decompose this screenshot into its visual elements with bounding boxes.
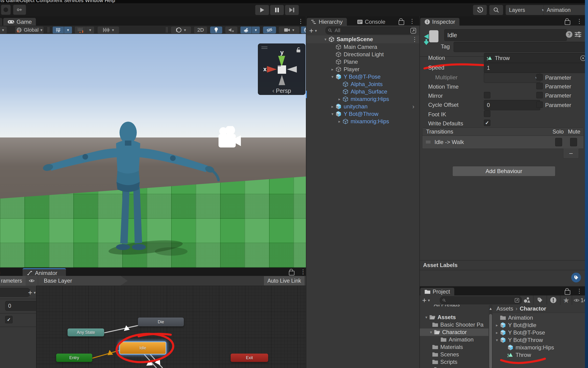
expand-arrow-closed[interactable]: ▸ xyxy=(337,97,342,102)
hierarchy-row[interactable]: ▾Y Bot@T-Pose xyxy=(330,73,381,81)
hierarchy-row[interactable]: Directional Light xyxy=(330,51,384,58)
scene-row[interactable]: ▾ SampleScene ⋮ xyxy=(306,35,420,43)
tab-inspector[interactable]: Inspector xyxy=(420,18,459,26)
scene-visibility-toggle[interactable] xyxy=(263,26,276,34)
project-lock-icon[interactable] xyxy=(565,290,570,295)
project-menu-kebab[interactable]: ⋮ xyxy=(576,288,582,294)
presets-icon[interactable] xyxy=(574,31,582,38)
unresolved-references-button[interactable] xyxy=(550,297,557,304)
asset-row-mixamorig-hips[interactable]: mixamorig:Hips xyxy=(507,344,554,351)
add-behaviour-button[interactable]: Add Behaviour xyxy=(453,166,555,176)
expand-arrow-closed[interactable]: ▸ xyxy=(337,119,342,124)
speed-field[interactable]: 1 xyxy=(484,63,588,73)
grid-size-dropdown[interactable]: ▾ xyxy=(97,26,119,34)
animator-menu-kebab[interactable]: ⋮ xyxy=(300,269,306,275)
project-add-button[interactable]: + ▾ xyxy=(422,296,430,305)
snap-options-dropdown[interactable]: ▾ xyxy=(86,26,94,34)
hierarchy-lock-icon[interactable] xyxy=(399,20,404,25)
help-icon[interactable]: ? xyxy=(565,31,573,38)
parameter-bool-checkbox[interactable]: ✓ xyxy=(5,316,13,323)
tag-field[interactable] xyxy=(453,42,588,52)
inspector-lock-icon[interactable] xyxy=(565,20,570,25)
state-name-field[interactable]: Idle xyxy=(444,29,567,41)
partial-tab[interactable] xyxy=(0,18,2,26)
partial-row-label[interactable]: All Prefabs xyxy=(434,305,460,308)
tab-partial[interactable]: n xyxy=(0,268,15,276)
camera-gizmo-icon[interactable] xyxy=(217,126,242,149)
camera-view-dropdown[interactable]: ▾ xyxy=(279,26,299,34)
picker-icon[interactable] xyxy=(410,28,416,34)
search-by-label-button[interactable] xyxy=(537,297,543,303)
folder-row-charactor[interactable]: ▾ Charactor xyxy=(428,329,467,336)
project-scrollbar-track[interactable]: ▲ xyxy=(489,305,492,368)
expand-arrow-open[interactable]: ▾ xyxy=(494,338,500,343)
expand-arrow-closed[interactable]: ▸ xyxy=(330,67,335,72)
write-defaults-checkbox[interactable]: ✓ xyxy=(484,120,490,126)
foot-ik-checkbox[interactable] xyxy=(484,110,490,117)
folder-row-assets[interactable]: ▾ Assets xyxy=(424,313,456,321)
motion-time-parameter-checkbox[interactable] xyxy=(536,83,543,89)
asset-row-throw-clip[interactable]: Throw xyxy=(507,351,531,359)
transition-row[interactable]: Idle -> Walk xyxy=(422,136,584,148)
project-search[interactable] xyxy=(440,296,522,304)
axis-gizmo[interactable]: y x xyxy=(258,49,305,86)
mirror-checkbox[interactable] xyxy=(484,92,490,98)
search-by-type-button[interactable] xyxy=(523,297,530,303)
hierarchy-row[interactable]: Plane xyxy=(330,58,358,66)
grid-options-dropdown[interactable]: ▾ xyxy=(64,26,72,34)
project-breadcrumb[interactable]: Assets › Charactor xyxy=(493,305,585,313)
hierarchy-row[interactable]: ▾Y Bot@Throw xyxy=(330,110,378,118)
remove-transition-button[interactable]: − xyxy=(563,149,579,159)
pause-button[interactable] xyxy=(270,5,284,15)
step-button[interactable] xyxy=(285,5,299,15)
asset-labels-header[interactable]: Asset Labels xyxy=(420,260,585,270)
transition-solo-checkbox[interactable] xyxy=(555,138,562,146)
asset-row-ybot-throw[interactable]: ▾ Y Bot@Throw xyxy=(494,336,543,344)
scene-kebab[interactable]: ⋮ xyxy=(412,36,418,42)
breadcrumb-current[interactable]: Charactor xyxy=(520,305,546,312)
breadcrumb-base-layer[interactable]: Base Layer xyxy=(38,276,128,286)
expand-arrow-open[interactable]: ▾ xyxy=(323,37,328,42)
add-parameter-button[interactable]: + ▾ xyxy=(28,288,36,297)
game-viewport[interactable]: y x ‹ Persp xyxy=(0,34,306,267)
breadcrumb-root[interactable]: Assets xyxy=(496,305,513,312)
tab-console[interactable]: Console xyxy=(353,18,389,26)
state-idle[interactable]: Idle xyxy=(119,341,166,355)
game-menu-kebab[interactable]: ⋮ xyxy=(298,18,304,24)
fx-options-dropdown[interactable]: ▾ xyxy=(252,26,260,34)
hierarchy-search-input[interactable] xyxy=(334,27,410,34)
parameter-value-field[interactable]: 0 xyxy=(5,301,39,311)
picker-icon[interactable] xyxy=(515,297,519,303)
tab-animator[interactable]: Animator xyxy=(23,268,66,277)
state-die[interactable]: Die xyxy=(138,318,184,326)
expand-arrow-open[interactable]: ▾ xyxy=(330,112,335,117)
asset-row-animation-folder[interactable]: Animation xyxy=(500,314,533,322)
hierarchy-row[interactable]: ▸unitychan› xyxy=(330,103,368,110)
state-entry[interactable]: Entry xyxy=(56,354,92,362)
asset-label-tag-button[interactable] xyxy=(571,273,581,282)
scroll-up-arrow[interactable]: ▲ xyxy=(489,307,492,311)
parameters-search[interactable] xyxy=(0,288,30,297)
tab-game[interactable]: Game xyxy=(3,18,36,26)
drag-handle-icon[interactable] xyxy=(426,140,431,144)
prefab-chevron-icon[interactable]: › xyxy=(412,103,414,110)
multiplier-parameter-checkbox[interactable] xyxy=(536,74,543,81)
cycle-offset-parameter-checkbox[interactable] xyxy=(536,101,543,108)
hierarchy-search[interactable] xyxy=(326,27,413,34)
fx-toggle[interactable] xyxy=(240,26,252,34)
multiplier-dropdown[interactable]: ▾ xyxy=(484,73,540,83)
expand-arrow-open[interactable]: ▾ xyxy=(428,330,434,335)
animator-lock-icon[interactable] xyxy=(289,271,294,276)
project-search-input[interactable] xyxy=(448,297,513,304)
state-any-state[interactable]: Any State xyxy=(67,329,104,336)
cut-dropdown-button[interactable]: ▾ xyxy=(0,26,7,34)
hierarchy-menu-kebab[interactable]: ⋮ xyxy=(409,18,415,24)
parameters-eye-button[interactable] xyxy=(26,276,38,286)
asset-row-ybot-idle[interactable]: ▸ Y Bot@Idle xyxy=(494,322,536,329)
motion-object-field[interactable]: Throw xyxy=(484,53,588,63)
folder-row-animation[interactable]: Animation xyxy=(440,336,474,343)
layers-dropdown[interactable]: Layers ▾ xyxy=(506,5,548,15)
2d-toggle[interactable]: 2D xyxy=(194,26,207,34)
inspector-menu-kebab[interactable]: ⋮ xyxy=(576,18,582,24)
folder-row-partial[interactable]: ▸ xyxy=(428,366,442,368)
